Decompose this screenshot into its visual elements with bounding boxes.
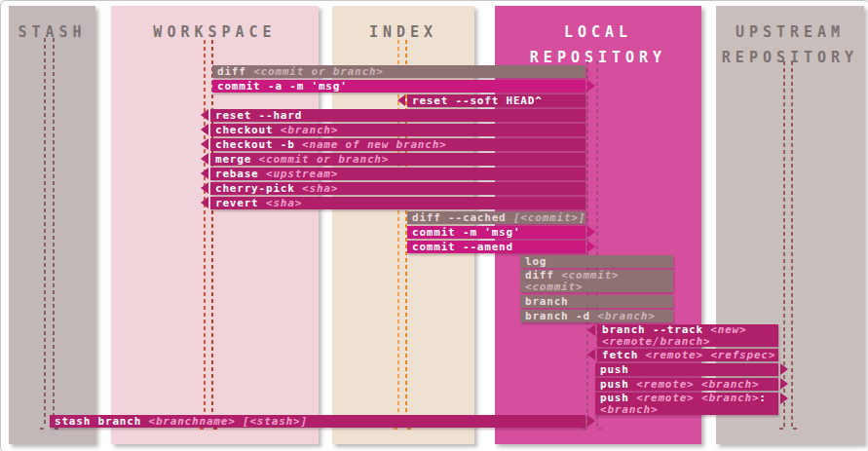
command-keyword: reset --hard [215,109,302,122]
arrow-left-icon [201,197,208,208]
arrow-left-icon [201,182,208,194]
command-text: fetch <remote> <refspec> [602,349,778,361]
dashed-guide-foot [793,428,797,430]
dashed-guide-foot [55,428,58,430]
command-keyword: diff [217,65,253,78]
command-parameter: <branch> [281,124,338,136]
command-bar-branch[interactable]: branch [520,295,673,308]
arrow-left-icon [397,94,405,106]
command-bar-checkout-b[interactable]: checkout -b <name of new branch> [210,138,585,151]
arrow-left-icon [587,349,595,360]
command-bar-diff[interactable]: diff <commit or branch> [212,65,585,78]
column-title-line: REPOSITORY [716,45,864,70]
command-bar-diff-cached[interactable]: diff --cached [<commit>] [407,211,585,224]
command-keyword: branch [525,295,569,308]
command-bar-branch-track[interactable]: branch --track <new><remote/branch> [597,324,778,347]
command-bar-cherry-pick[interactable]: cherry-pick <sha> [210,182,585,195]
command-parameter: <remote> [636,378,694,391]
arrow-right-icon [780,363,788,375]
command-parameter: <branch> [701,393,759,404]
dashed-guide-line [791,61,793,427]
arrow-right-icon [587,80,595,92]
command-bar-diff-commits[interactable]: diff <commit><commit> [520,270,673,292]
command-keyword: checkout [215,124,281,136]
command-bar-commit-amend[interactable]: commit --amend [407,241,585,253]
command-bar-revert[interactable]: revert <sha> [210,197,585,209]
command-text: rebase <upstream> [215,168,585,180]
command-parameter: <new> [710,324,746,336]
command-bar-stash-branch[interactable]: stash branch <branchname> [<stash>] [50,415,585,428]
command-keyword: push [600,363,629,376]
command-keyword: branch -d [525,310,597,322]
command-bar-push-remote-branch[interactable]: push <remote> <branch> [595,378,778,391]
command-bar-fetch[interactable]: fetch <remote> <refspec> [597,349,778,361]
arrow-right-icon [587,226,595,238]
command-parameter: <branch> [597,310,655,322]
command-parameter: <remote/branch> [602,335,710,348]
command-text: <branch> [600,404,778,416]
command-bar-reset-soft[interactable]: reset --soft HEAD^ [407,94,585,107]
command-parameter: <sha> [266,197,302,209]
dashed-guide-line [204,40,206,427]
dashed-guide-foot [200,428,204,430]
command-text: reset --soft HEAD^ [412,94,585,107]
arrow-right-icon [780,378,788,390]
dashed-guide-line [53,38,55,427]
column-title-workspace: WORKSPACE [111,6,319,45]
column-title-line: WORKSPACE [111,19,319,45]
dashed-guide-foot [40,428,44,430]
arrow-left-icon [201,153,208,165]
command-bar-push-remote-branch-branch[interactable]: push <remote> <branch>:<branch> [595,393,778,415]
command-bar-branch-d[interactable]: branch -d <branch> [520,310,673,322]
arrow-right-icon [587,415,595,427]
command-bar-push[interactable]: push [595,363,778,376]
column-title-line: LOCAL [495,19,701,45]
arrow-left-icon [201,168,208,179]
command-bar-commit-a[interactable]: commit -a -m 'msg' [212,80,585,93]
command-parameter: <name of new branch> [302,138,446,151]
command-text: commit -a -m 'msg' [217,80,585,93]
command-parameter: <remote> [646,349,703,361]
dashed-guide-foot [407,428,411,430]
dashed-guide-foot [394,428,397,430]
dashed-guide-foot [213,428,217,430]
command-text: stash branch <branchname> [<stash>] [55,415,585,428]
column-title-index: INDEX [332,6,474,45]
command-parameter: <branch> [701,378,759,391]
command-keyword: commit -m 'msg' [412,226,520,239]
command-text: push <remote> <branch> [600,378,778,391]
command-text: log [525,255,673,268]
dashed-guide-foot [583,428,586,430]
command-bar-reset-hard[interactable]: reset --hard [210,109,585,122]
command-text: revert <sha> [215,197,585,209]
command-bar-checkout[interactable]: checkout <branch> [210,124,585,136]
command-text: branch -d <branch> [525,310,673,322]
command-text: branch [525,295,673,308]
command-text: commit -m 'msg' [412,226,585,239]
command-text: diff <commit or branch> [217,65,585,78]
command-keyword: reset --soft HEAD^ [412,94,543,107]
command-parameter: <upstream> [266,168,338,180]
command-bar-rebase[interactable]: rebase <upstream> [210,168,585,180]
command-keyword: commit --amend [412,241,513,253]
command-keyword: : [759,393,766,404]
command-bar-merge[interactable]: merge <commit or branch> [210,153,585,166]
column-title-local-repository: LOCAL REPOSITORY [495,6,701,70]
command-text: <remote/branch> [602,336,778,348]
command-bar-commit-m[interactable]: commit -m 'msg' [407,226,585,239]
arrow-left-icon [201,124,208,135]
command-keyword [695,393,701,404]
column-title-upstream-repository: UPSTREAM REPOSITORY [716,6,864,70]
arrow-left-icon [587,324,595,336]
command-keyword: log [525,255,547,268]
command-keyword: commit -a -m 'msg' [217,80,348,93]
command-keyword: rebase [215,168,266,180]
command-keyword: merge [215,153,259,166]
command-text: merge <commit or branch> [215,153,585,166]
command-parameter: <branch> [600,403,658,416]
dashed-guide-foot [598,428,602,430]
command-text: diff --cached [<commit>] [412,211,585,224]
command-keyword: fetch [602,349,646,361]
command-bar-log[interactable]: log [520,255,673,268]
command-keyword [236,415,243,428]
